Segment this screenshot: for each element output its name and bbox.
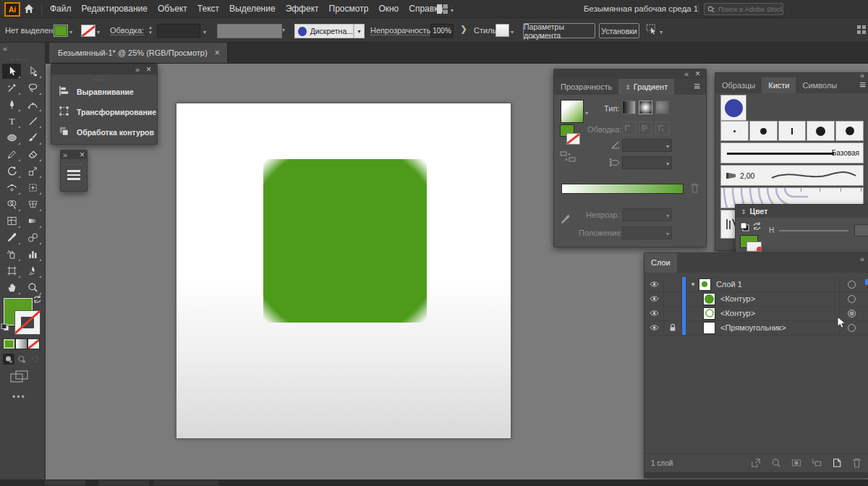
menu-5[interactable]: Эффект <box>285 4 320 14</box>
quick-actions-panel-header[interactable] <box>51 64 157 74</box>
fill-mode-gradient-swatch[interactable] <box>15 338 27 349</box>
document-tab-close-icon[interactable] <box>215 48 220 57</box>
tab-brushes[interactable]: Кисти <box>762 77 796 93</box>
quick-action-transform[interactable]: Трансформирование <box>59 106 156 118</box>
gradient-thumbnail[interactable] <box>561 100 584 123</box>
direct-selection-tool[interactable] <box>23 64 42 79</box>
tab-swatches[interactable]: Образцы <box>715 77 762 93</box>
menu-3[interactable]: Текст <box>197 4 220 14</box>
mini-panel-header[interactable] <box>61 150 87 159</box>
draw-inside-mode-icon[interactable] <box>29 354 41 364</box>
workspace-switcher-chevron[interactable] <box>451 5 454 14</box>
gradient-angle-dropdown[interactable] <box>622 139 672 152</box>
selection-tool[interactable] <box>2 64 21 79</box>
stroke-weight-stepper[interactable]: ▲▼ <box>147 24 154 36</box>
menu-0[interactable]: Файл <box>49 4 72 14</box>
tab-transparency[interactable]: Прозрачность <box>554 79 618 95</box>
locate-object-icon[interactable] <box>771 458 781 469</box>
gradient-eyedropper-icon[interactable] <box>560 214 571 226</box>
calligraphic-brush-2[interactable] <box>778 121 807 141</box>
workspace-name[interactable]: Безымянная рабочая среда 1 <box>584 4 698 13</box>
quick-actions-drag-dots[interactable] <box>91 74 109 83</box>
stroke-within-button[interactable] <box>622 122 636 135</box>
brush-definition-chevron[interactable] <box>354 24 365 38</box>
delete-layer-icon[interactable] <box>852 458 861 469</box>
color-default-icon[interactable] <box>740 222 749 233</box>
column-graph-tool[interactable] <box>23 247 42 262</box>
hue-value-box[interactable] <box>854 224 868 236</box>
gradient-aspect-dropdown[interactable] <box>622 156 672 169</box>
tools-panel-collapse-icon[interactable] <box>3 44 7 53</box>
isolate-selection-icon[interactable] <box>646 24 658 37</box>
draw-behind-mode-icon[interactable] <box>16 354 27 364</box>
control-bar-grid-icon[interactable] <box>857 25 866 34</box>
menu-4[interactable]: Выделение <box>229 4 276 14</box>
visibility-eye-icon[interactable] <box>644 306 664 320</box>
reverse-gradient-icon[interactable] <box>560 151 576 164</box>
visibility-eye-icon[interactable] <box>644 291 664 306</box>
fill-color-chevron[interactable] <box>69 27 72 35</box>
slice-tool[interactable] <box>23 263 42 278</box>
new-layer-icon[interactable] <box>832 458 842 469</box>
opacity-label[interactable]: Непрозрачность: <box>370 26 433 35</box>
workspace-name-chevron[interactable] <box>684 6 687 14</box>
gradient-slider[interactable] <box>561 184 684 194</box>
gradient-panel-collapse-icon[interactable] <box>684 69 689 78</box>
zoom-tool[interactable] <box>23 280 42 295</box>
screen-mode-icon[interactable] <box>10 370 29 384</box>
gradient-tool[interactable] <box>23 213 42 229</box>
stroke-weight-value[interactable] <box>157 24 200 38</box>
green-circle-object[interactable] <box>263 159 427 323</box>
ellipse-tool[interactable] <box>2 130 21 145</box>
lasso-tool[interactable] <box>23 80 42 95</box>
pen-tool[interactable] <box>2 97 21 112</box>
opacity-popup-arrow[interactable]: ❯ <box>460 24 467 34</box>
calligraphic-brush-3[interactable] <box>807 121 835 141</box>
color-swap-icon[interactable] <box>752 222 762 232</box>
hue-slider-track[interactable] <box>779 230 848 231</box>
gradient-type-radial-button[interactable] <box>639 101 652 114</box>
gradient-panel-menu-icon[interactable] <box>694 82 700 91</box>
symbol-sprayer-tool[interactable] <box>2 247 21 262</box>
type-tool[interactable]: T <box>2 114 21 129</box>
default-fill-stroke-icon[interactable] <box>1 323 9 333</box>
stroke-color-chevron[interactable] <box>97 27 100 35</box>
lock-column[interactable] <box>664 291 682 306</box>
paintbrush-tool[interactable] <box>23 130 42 145</box>
stroke-along-button[interactable] <box>639 122 652 135</box>
stroke-color-swatch[interactable] <box>81 25 95 37</box>
layer-row-2[interactable]: <Контур> <box>644 306 868 321</box>
lock-column[interactable] <box>664 306 682 320</box>
width-tool[interactable] <box>2 180 21 195</box>
gradient-type-freeform-button[interactable] <box>655 101 669 114</box>
layer-row-3[interactable]: <Прямоугольник> <box>644 320 868 336</box>
mesh-tool[interactable] <box>2 213 21 229</box>
artboard-tool[interactable] <box>2 263 21 278</box>
opacity-value-box[interactable]: 100% <box>430 24 454 38</box>
gradient-type-linear-button[interactable] <box>622 101 636 114</box>
line-segment-tool[interactable] <box>23 114 42 129</box>
gradient-thumbnail-chevron[interactable] <box>585 108 588 116</box>
visibility-eye-icon[interactable] <box>644 277 664 291</box>
isolate-selection-chevron[interactable] <box>660 27 663 35</box>
new-sublayer-icon[interactable] <box>812 458 822 469</box>
stroke-weight-label[interactable]: Обводка: <box>110 26 144 35</box>
clipping-mask-icon[interactable] <box>791 458 801 469</box>
layer-thumbnail[interactable] <box>703 322 715 334</box>
brush-width-2[interactable]: 2,00 <box>720 165 864 186</box>
hand-tool[interactable] <box>2 280 21 295</box>
fill-mode-color-swatch[interactable] <box>3 338 15 349</box>
layer-label[interactable]: Слой 1 <box>716 280 742 289</box>
search-input[interactable] <box>717 4 783 14</box>
quick-actions-collapse-icon[interactable] <box>135 65 140 74</box>
layers-panel-collapse-icon[interactable] <box>860 255 864 263</box>
rotate-tool[interactable] <box>2 163 21 179</box>
preferences-button[interactable]: Установки <box>599 23 639 38</box>
layer-label[interactable]: <Прямоугольник> <box>720 323 786 332</box>
tab-symbols[interactable]: Символы <box>796 77 843 93</box>
menu-1[interactable]: Редактирование <box>81 4 148 14</box>
fill-color-swatch[interactable] <box>54 25 68 37</box>
layer-row-1[interactable]: <Контур> <box>644 291 868 307</box>
style-chevron[interactable] <box>511 27 514 35</box>
brush-scatter-dot[interactable] <box>720 95 746 121</box>
